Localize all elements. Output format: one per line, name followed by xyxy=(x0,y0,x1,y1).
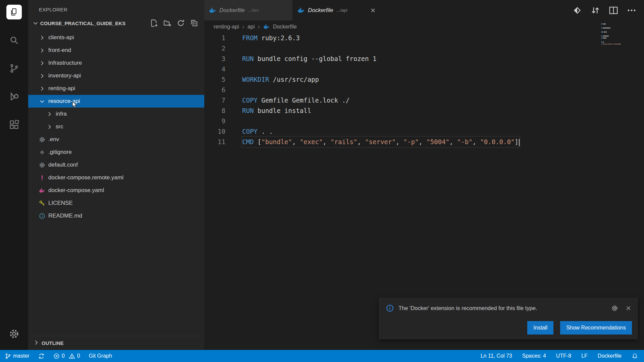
text-cursor xyxy=(519,139,520,146)
code-lines: 1FROM ruby:2.6.323RUN bundle config --gl… xyxy=(204,33,644,147)
install-button[interactable]: Install xyxy=(527,321,553,335)
activity-bar xyxy=(0,0,28,350)
code-line-3[interactable]: 3RUN bundle config --global frozen 1 xyxy=(204,54,644,64)
outline-section-header[interactable]: OUTLINE xyxy=(28,336,204,350)
tab-dockerfile-2[interactable]: Dockerfile.../api xyxy=(293,0,381,20)
code-line-4[interactable]: 4 xyxy=(204,64,644,74)
activity-extensions-button[interactable] xyxy=(6,117,22,132)
status-bar-right: Ln 11, Col 73 Spaces: 4 UTF-8 LF Dockerf… xyxy=(481,353,644,359)
new-file-icon[interactable] xyxy=(150,19,158,27)
docker-icon xyxy=(209,7,216,14)
split-editor-icon[interactable] xyxy=(608,5,619,15)
code-text: FROM ruby:2.6.3 xyxy=(242,33,300,43)
tree-item-readme-md[interactable]: README.md xyxy=(28,209,204,222)
tree-item-infra[interactable]: infra xyxy=(28,108,204,120)
tree-item-license[interactable]: LICENSE xyxy=(28,197,204,209)
line-number: 8 xyxy=(204,106,225,116)
tree-item-default-conf[interactable]: default.conf xyxy=(28,159,204,171)
breadcrumb-item-api[interactable]: api xyxy=(248,24,255,30)
docker-icon xyxy=(263,23,270,30)
activity-source-control-button[interactable] xyxy=(6,61,22,76)
language-indicator[interactable]: Dockerfile xyxy=(598,353,622,359)
line-number: 5 xyxy=(204,74,225,85)
tree-item-label: front-end xyxy=(48,47,71,54)
code-line-9[interactable]: 9 xyxy=(204,116,644,126)
line-number: 7 xyxy=(204,95,225,106)
collapse-all-icon[interactable] xyxy=(190,19,198,27)
indentation-indicator[interactable]: Spaces: 4 xyxy=(522,353,546,359)
code-line-1[interactable]: 1FROM ruby:2.6.3 xyxy=(204,33,644,43)
notification-close-icon[interactable] xyxy=(625,305,632,312)
line-number: 9 xyxy=(204,116,225,126)
tree-item-inventory-api[interactable]: inventory-api xyxy=(28,69,204,82)
code-line-10[interactable]: 10COPY . . xyxy=(204,126,644,137)
show-recommendations-button[interactable]: Show Recommendations xyxy=(560,321,632,335)
editor[interactable]: 1FROM ruby:2.6.323RUN bundle config --gl… xyxy=(204,33,644,147)
activity-explorer-button[interactable] xyxy=(6,5,22,19)
tree-item-renting-api[interactable]: renting-api xyxy=(28,82,204,95)
notification-message: The 'Docker' extension is recommended fo… xyxy=(398,305,604,311)
eol-indicator[interactable]: LF xyxy=(581,353,588,359)
code-line-2[interactable]: 2 xyxy=(204,43,644,54)
source-control-icon xyxy=(9,63,19,74)
settings-icon xyxy=(9,328,19,339)
problems-indicator[interactable]: 0 0 xyxy=(53,353,80,359)
breadcrumb-item-renting-api[interactable]: renting-api xyxy=(214,24,239,30)
more-icon[interactable] xyxy=(627,5,637,15)
folder-section-header[interactable]: COURSE_PRACTICAL_GUIDE_EKS xyxy=(28,16,204,30)
formatter-icon[interactable] xyxy=(572,5,582,15)
tree-item--env[interactable]: .env xyxy=(28,133,204,146)
tree-item-infrastructure[interactable]: Infrastructure xyxy=(28,57,204,69)
code-line-11[interactable]: 11CMD ["bundle", "exec", "rails", "serve… xyxy=(204,137,644,147)
code-line-5[interactable]: 5WORKDIR /usr/src/app xyxy=(204,74,644,85)
activity-search-button[interactable] xyxy=(6,33,22,48)
breadcrumb-item-dockerfile[interactable]: Dockerfile xyxy=(273,24,297,30)
extensions-icon xyxy=(9,119,19,130)
chevron-right-icon xyxy=(46,110,53,118)
activity-run-debug-button[interactable] xyxy=(6,89,22,104)
notifications-bell-button[interactable] xyxy=(632,353,638,359)
compare-icon[interactable] xyxy=(590,5,600,15)
minimap-line xyxy=(601,29,621,31)
line-number: 2 xyxy=(204,43,225,54)
code-line-8[interactable]: 8RUN bundle install xyxy=(204,106,644,116)
chevron-right-icon xyxy=(38,34,46,41)
chevron-right-icon xyxy=(38,59,46,67)
tree-item-resource-api[interactable]: resource-api xyxy=(28,95,204,108)
line-number: 4 xyxy=(204,64,225,74)
explorer-actions xyxy=(150,19,198,27)
line-number: 1 xyxy=(204,33,225,43)
notification-settings-icon[interactable] xyxy=(611,305,618,312)
git-graph-button[interactable]: Git Graph xyxy=(89,353,112,359)
warning-count: 0 xyxy=(77,353,80,359)
minimap-line xyxy=(601,44,621,45)
tree-item-label: docker-compose.remote.yaml xyxy=(48,174,123,181)
tree-item--gitignore[interactable]: .gitignore xyxy=(28,146,204,159)
chevron-right-icon xyxy=(38,72,46,79)
git-icon xyxy=(38,148,46,156)
new-folder-icon[interactable] xyxy=(163,19,171,27)
code-line-7[interactable]: 7COPY Gemfile Gemfile.lock ./ xyxy=(204,95,644,106)
tree-item-docker-compose-remote-yaml[interactable]: docker-compose.remote.yaml xyxy=(28,171,204,184)
tree-item-label: Infrastructure xyxy=(48,60,82,66)
cursor-position-indicator[interactable]: Ln 11, Col 73 xyxy=(481,353,512,359)
tree-item-clients-api[interactable]: clients-api xyxy=(28,31,204,44)
notification-toast: The 'Docker' extension is recommended fo… xyxy=(379,298,638,339)
activity-settings-button[interactable] xyxy=(6,326,22,341)
tree-item-front-end[interactable]: front-end xyxy=(28,44,204,57)
tree-item-label: README.md xyxy=(48,213,82,219)
line-number: 10 xyxy=(204,126,225,137)
sync-icon xyxy=(38,353,45,359)
tree-item-docker-compose-yaml[interactable]: docker-compose.yaml xyxy=(28,184,204,197)
encoding-indicator[interactable]: UTF-8 xyxy=(556,353,571,359)
code-line-6[interactable]: 6 xyxy=(204,85,644,95)
docker-icon xyxy=(298,7,305,14)
tab-dockerfile-1[interactable]: Dockerfile.../src xyxy=(204,0,293,20)
minimap[interactable] xyxy=(601,23,621,46)
sync-button[interactable] xyxy=(38,353,45,359)
close-icon[interactable] xyxy=(370,7,376,14)
refresh-icon[interactable] xyxy=(177,19,185,27)
tree-item-src[interactable]: src xyxy=(28,120,204,133)
branch-indicator[interactable]: master xyxy=(5,353,30,359)
chevron-right-icon xyxy=(46,123,53,130)
